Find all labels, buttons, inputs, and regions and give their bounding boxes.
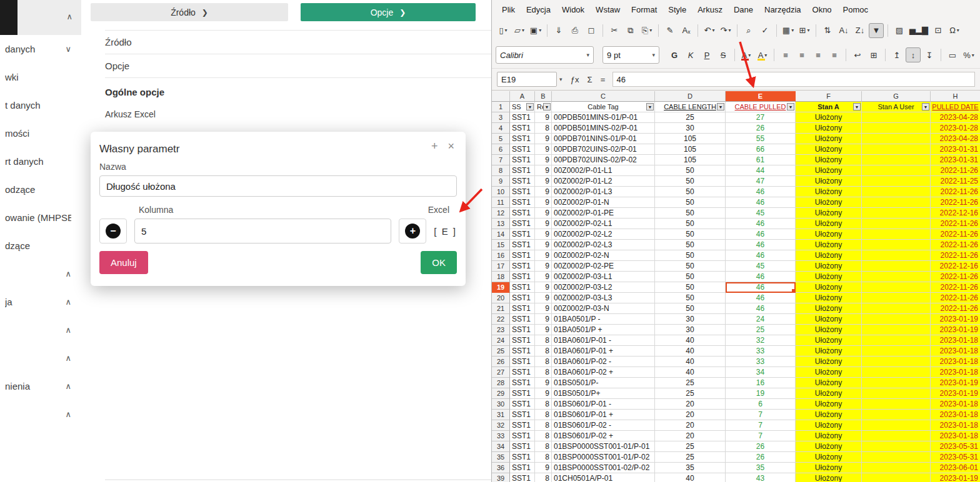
row-header-33[interactable]: 33 — [492, 431, 510, 441]
row-header-8[interactable]: 8 — [492, 165, 510, 176]
cell-C19[interactable]: 00Z0002/P-03-L2 — [552, 282, 655, 293]
cell-D18[interactable]: 50 — [655, 272, 726, 282]
cell-H24[interactable]: 2023-01-18 — [931, 335, 980, 346]
cell-E20[interactable]: 46 — [726, 293, 796, 303]
cell-F18[interactable]: Ułożony — [796, 272, 862, 282]
cell-C32[interactable]: 01BS0601/P-02 - — [552, 420, 655, 431]
cell-A20[interactable]: SST1 — [510, 293, 535, 303]
cell-E17[interactable]: 45 — [726, 261, 796, 272]
function-wizard-icon[interactable]: ƒx — [568, 75, 582, 84]
font-color-button[interactable]: A▾ — [739, 47, 754, 62]
cell-H11[interactable]: 2022-11-26 — [931, 197, 980, 208]
cell-E39[interactable]: 43 — [726, 473, 796, 482]
cell-C20[interactable]: 00Z0002/P-03-L3 — [552, 293, 655, 303]
cell-F29[interactable]: Ułożony — [796, 388, 862, 399]
cell-H20[interactable]: 2022-11-26 — [931, 293, 980, 303]
cell-A33[interactable]: SST1 — [510, 431, 535, 441]
cell-H5[interactable]: 2023-04-28 — [931, 134, 980, 144]
sort-button[interactable]: ⇅ — [820, 23, 835, 38]
cell-A8[interactable]: SST1 — [510, 165, 535, 176]
cell-B15[interactable]: 9 — [535, 240, 552, 250]
dropdown-arrow-icon[interactable]: ▾ — [728, 27, 731, 33]
row-header-23[interactable]: 23 — [492, 325, 510, 335]
row-header-18[interactable]: 18 — [492, 272, 510, 282]
cell-F25[interactable]: Ułożony — [796, 346, 862, 357]
cell-B39[interactable]: 8 — [535, 473, 552, 482]
cell-D20[interactable]: 50 — [655, 293, 726, 303]
cell-G25[interactable] — [862, 346, 931, 357]
sidebar-item[interactable]: mości — [0, 119, 81, 147]
filter-dropdown-icon[interactable]: ▼ — [853, 103, 861, 111]
cell-A17[interactable]: SST1 — [510, 261, 535, 272]
cell-G26[interactable] — [862, 357, 931, 367]
cell-E6[interactable]: 66 — [726, 144, 796, 155]
borders-button[interactable]: ⊞▾ — [797, 23, 812, 38]
menu-item-pomoc[interactable]: Pomoc — [838, 3, 873, 16]
dropdown-arrow-icon[interactable]: ▾ — [505, 27, 508, 33]
corner-cell[interactable] — [492, 91, 510, 102]
cell-A7[interactable]: SST1 — [510, 155, 535, 165]
column-header-A[interactable]: A — [510, 91, 535, 102]
cell-B12[interactable]: 9 — [535, 208, 552, 219]
cell-D27[interactable]: 40 — [655, 367, 726, 378]
cell-A23[interactable]: SST1 — [510, 325, 535, 335]
print-preview-button[interactable]: ◻ — [584, 23, 599, 38]
special-character-button[interactable]: Ω▾ — [947, 23, 962, 38]
menu-item-format[interactable]: Format — [626, 3, 662, 16]
cell-F4[interactable]: Ułożony — [796, 123, 862, 134]
cell-F39[interactable]: Ułożony — [796, 473, 862, 482]
sidebar-item[interactable]: ∧ — [0, 344, 81, 372]
cell-C28[interactable]: 01BS0501/P- — [552, 378, 655, 388]
cell-F11[interactable]: Ułożony — [796, 197, 862, 208]
dropdown-arrow-icon[interactable]: ▾ — [522, 27, 524, 33]
sidebar-item[interactable]: odzące — [0, 175, 81, 204]
cell-D26[interactable]: 40 — [655, 357, 726, 367]
cell-C26[interactable]: 01BA0601/P-02 - — [552, 357, 655, 367]
cell-B24[interactable]: 8 — [535, 335, 552, 346]
cell-G24[interactable] — [862, 335, 931, 346]
cell-A19[interactable]: SST1 — [510, 282, 535, 293]
cell-B6[interactable]: 9 — [535, 144, 552, 155]
align-justify-button[interactable]: ≡ — [827, 47, 842, 62]
cell-B30[interactable]: 8 — [535, 399, 552, 410]
cell-G36[interactable] — [862, 463, 931, 473]
name-box[interactable]: E19 — [497, 72, 557, 87]
cell-G5[interactable] — [862, 134, 931, 144]
underline-button[interactable]: P — [699, 47, 714, 62]
cell-D22[interactable]: 30 — [655, 314, 726, 325]
cell-A25[interactable]: SST1 — [510, 346, 535, 357]
cell-B19[interactable]: 9 — [535, 282, 552, 293]
cell-E35[interactable]: 26 — [726, 452, 796, 463]
menu-item-wstaw[interactable]: Wstaw — [591, 3, 625, 16]
cell-B36[interactable]: 9 — [535, 463, 552, 473]
cell-G14[interactable] — [862, 229, 931, 240]
cell-A12[interactable]: SST1 — [510, 208, 535, 219]
cell-D17[interactable]: 50 — [655, 261, 726, 272]
cell-H25[interactable]: 2023-01-18 — [931, 346, 980, 357]
font-size-combo[interactable]: 9 pt ▾ — [602, 46, 659, 64]
cell-G21[interactable] — [862, 303, 931, 314]
cell-G4[interactable] — [862, 123, 931, 134]
align-bottom-button[interactable]: ↧ — [922, 47, 937, 62]
row-header-3[interactable]: 3 — [492, 112, 510, 123]
filter-dropdown-icon[interactable]: ▼ — [526, 103, 534, 111]
cell-B29[interactable]: 9 — [535, 388, 552, 399]
cell-F20[interactable]: Ułożony — [796, 293, 862, 303]
cell-G11[interactable] — [862, 197, 931, 208]
cell-F30[interactable]: Ułożony — [796, 399, 862, 410]
cell-F9[interactable]: Ułożony — [796, 176, 862, 187]
cell-G19[interactable] — [862, 282, 931, 293]
cell-B17[interactable]: 9 — [535, 261, 552, 272]
column-header-G[interactable]: G — [862, 91, 931, 102]
cell-G18[interactable] — [862, 272, 931, 282]
name-input[interactable] — [99, 175, 457, 197]
cell-B16[interactable]: 9 — [535, 250, 552, 261]
cell-D14[interactable]: 50 — [655, 229, 726, 240]
cell-E8[interactable]: 44 — [726, 165, 796, 176]
cell-F15[interactable]: Ułożony — [796, 240, 862, 250]
row-header-1[interactable]: 1 — [492, 102, 510, 112]
cell-C33[interactable]: 01BS0601/P-02 + — [552, 431, 655, 441]
merge-cells-button[interactable]: ⊞ — [866, 47, 881, 62]
cell-H8[interactable]: 2022-11-26 — [931, 165, 980, 176]
cell-A11[interactable]: SST1 — [510, 197, 535, 208]
